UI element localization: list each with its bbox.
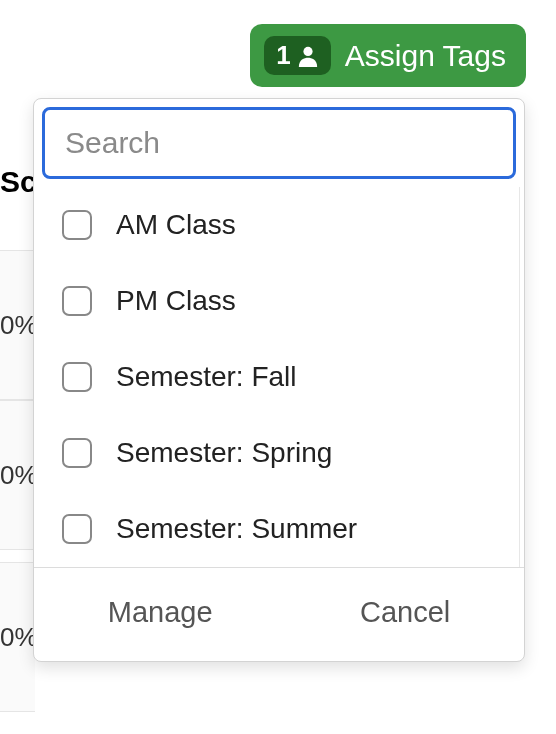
assign-tags-button[interactable]: 1 Assign Tags [250, 24, 526, 87]
tag-row-semester-fall[interactable]: Semester: Fall [34, 339, 519, 415]
background-row: 0% [0, 250, 35, 400]
dropdown-footer: Manage Cancel [34, 567, 524, 661]
tag-row-am-class[interactable]: AM Class [34, 187, 519, 263]
tag-label: Semester: Fall [116, 361, 297, 393]
percent-text: 0% [0, 622, 38, 653]
tag-label: PM Class [116, 285, 236, 317]
selected-count: 1 [276, 40, 290, 71]
assign-tags-label: Assign Tags [345, 39, 506, 73]
tag-label: AM Class [116, 209, 236, 241]
header-toolbar: 1 Assign Tags [0, 0, 556, 87]
tag-list: AM Class PM Class Semester: Fall Semeste… [34, 187, 520, 567]
tag-checkbox[interactable] [62, 362, 92, 392]
tag-checkbox[interactable] [62, 438, 92, 468]
selected-count-badge: 1 [264, 36, 330, 75]
partial-heading-text: Sc [0, 165, 37, 199]
background-row: 0% [0, 562, 35, 712]
tags-dropdown-panel: AM Class PM Class Semester: Fall Semeste… [33, 98, 525, 662]
person-icon [297, 44, 319, 68]
svg-point-0 [303, 46, 312, 55]
manage-button[interactable]: Manage [92, 590, 229, 635]
tag-row-semester-summer[interactable]: Semester: Summer [34, 491, 519, 567]
background-row: 0% [0, 400, 35, 550]
search-container [34, 99, 524, 187]
tag-row-pm-class[interactable]: PM Class [34, 263, 519, 339]
tag-label: Semester: Summer [116, 513, 357, 545]
percent-text: 0% [0, 310, 38, 341]
tag-label: Semester: Spring [116, 437, 332, 469]
tag-checkbox[interactable] [62, 286, 92, 316]
cancel-button[interactable]: Cancel [344, 590, 466, 635]
tag-checkbox[interactable] [62, 210, 92, 240]
tag-checkbox[interactable] [62, 514, 92, 544]
search-input[interactable] [42, 107, 516, 179]
tag-row-semester-spring[interactable]: Semester: Spring [34, 415, 519, 491]
percent-text: 0% [0, 460, 38, 491]
